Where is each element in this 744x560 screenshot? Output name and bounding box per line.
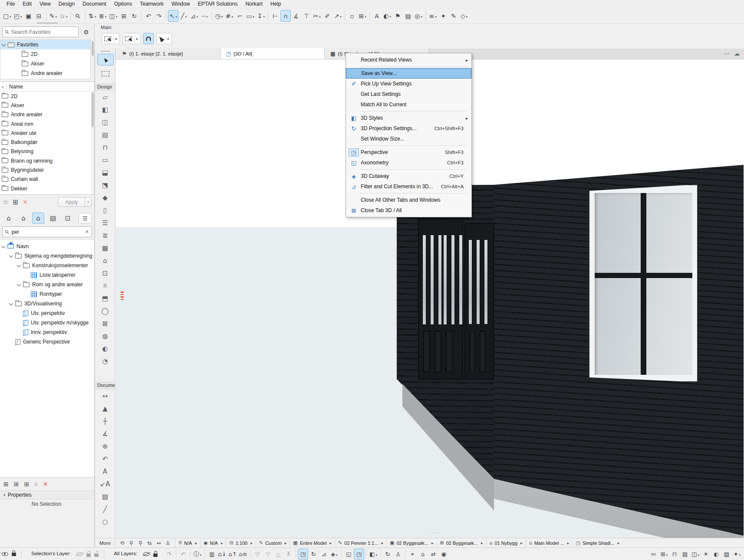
delete-button[interactable]: ✕ [43, 481, 48, 488]
layout-book-button[interactable]: ▤ [47, 213, 59, 224]
door-tool-button[interactable]: ◧ [97, 104, 113, 116]
story-settings-button[interactable]: ⇅ [87, 10, 98, 22]
pan-button[interactable]: ⇆ [145, 539, 154, 547]
radial-dimension-tool-button[interactable]: ↶ [97, 453, 113, 465]
palette-drag-handle[interactable] [101, 51, 110, 52]
navigator-tree-item[interactable]: Skjema og mengdeberegning [0, 251, 94, 261]
slab-tool-button[interactable]: ▭ [97, 154, 113, 167]
favorites-tree-item[interactable]: 2D [0, 49, 90, 59]
object-tool-button[interactable]: ⊡ [97, 267, 113, 280]
gravity-button[interactable]: ↧ [256, 10, 266, 22]
quick-layers-button[interactable]: ≡ [428, 10, 438, 22]
context-menu-item[interactable]: ◧ 3D Styles [346, 113, 471, 123]
menu-item[interactable]: Edit [19, 0, 36, 8]
linear-dimension-tool-button[interactable]: ┼ [97, 415, 113, 428]
model-view-options-dropdown[interactable]: ▣ 02 Byggesøk... [386, 538, 436, 548]
morph-tool-button[interactable]: ◆ [97, 192, 113, 204]
text-tool-button[interactable]: A [97, 465, 113, 478]
split-button[interactable]: ✂ [312, 10, 322, 22]
circle-tool-button[interactable]: ○ [97, 516, 113, 528]
new-folder-button[interactable]: ⊞ [3, 481, 9, 488]
context-menu-item[interactable]: Save as View... [346, 68, 471, 79]
list-item[interactable]: Arealer ute [0, 128, 94, 138]
redo-mini-button[interactable]: ↷ [164, 549, 174, 560]
3d-projection-button[interactable]: ↻ [308, 549, 319, 560]
unlock-layer-icon[interactable] [94, 553, 99, 557]
look-to-button[interactable]: ⌖ [407, 549, 418, 560]
list-header[interactable]: ▴ Name [0, 82, 94, 92]
view-tab[interactable]: ⚑ (I) 1. etasje [2. 1. etasje] [116, 48, 221, 59]
magnet-toggle-button[interactable] [143, 33, 154, 44]
new-button[interactable]: ▢ [2, 10, 13, 22]
window-tool-button[interactable]: ◫ [97, 116, 113, 129]
context-menu-item[interactable]: Set Window Size... [346, 134, 471, 144]
pick-up-parameters-button[interactable]: ✐ [322, 10, 332, 22]
context-menu-item[interactable]: Match All to Current [346, 99, 471, 110]
project-chooser-button[interactable]: ⌂ [3, 213, 15, 224]
navigator-menu-button[interactable]: ☰ [79, 213, 92, 223]
layer-combination-dropdown[interactable]: ⊞ 02 Byggesøk... [436, 538, 486, 548]
angle-button[interactable]: ∡ [291, 10, 301, 22]
zoom-out-button[interactable]: ⚲ [127, 539, 136, 547]
favorites-tree-item[interactable]: Akser [0, 59, 90, 69]
navigator-tree-item[interactable]: Navn [0, 242, 94, 251]
list-item[interactable]: 2D [0, 92, 94, 101]
undo-button[interactable]: ↶ [143, 10, 154, 22]
navigator-tree-item[interactable]: Romtyper [0, 289, 94, 299]
level-dimension-tool-button[interactable]: ▲ [97, 403, 113, 415]
delete-favorite-button[interactable]: ✕ [23, 199, 28, 206]
grid-marker-tool-button[interactable]: ⊕ [97, 440, 113, 453]
palette-more-button[interactable]: More [95, 538, 115, 547]
favorite-settings-button[interactable]: ✎ [48, 10, 59, 22]
equipment-tool-button[interactable]: ⬒ [97, 292, 113, 305]
menu-item[interactable]: EPTAR Solutions [194, 0, 242, 8]
curtain-wall-tool-button[interactable]: ▤ [97, 129, 113, 141]
marker-up-button[interactable]: △ [273, 549, 283, 560]
stair-tool-button[interactable]: ☰ [97, 217, 113, 229]
marquee-button[interactable]: ▫ [347, 10, 357, 22]
new-folder-button[interactable]: ⊞ [13, 198, 18, 206]
navigator-tree-item[interactable]: Utv. perspektiv m/skygge [0, 318, 94, 327]
pen-set-dropdown[interactable]: ✎ Custom [256, 538, 290, 548]
layer-visibility-toggle-button[interactable] [2, 551, 8, 557]
magic-wand-settings-button[interactable]: ✦ [732, 549, 742, 560]
favorites-tree-item[interactable]: Favorites [0, 40, 90, 49]
back-button[interactable]: ⟲ [118, 539, 127, 547]
elevation-ref-button[interactable]: ⊓ [669, 549, 680, 560]
context-menu-item[interactable]: ◳ Perspective Shift+F3 [346, 147, 471, 157]
view-map-button[interactable]: ⌂ [32, 213, 44, 224]
cloud-sync-icon[interactable]: ☁ [734, 50, 740, 57]
story-settings-button[interactable]: ⌂≡ [238, 549, 248, 560]
zoom-in-button[interactable]: ⚲ [136, 539, 145, 547]
redo-button[interactable]: ↷ [154, 10, 164, 22]
marquee-tool-button[interactable] [97, 68, 114, 79]
clone-folder-button[interactable]: ⊞ [24, 481, 29, 488]
orbit-button[interactable]: ↻ [382, 549, 393, 560]
list-item[interactable]: Bygningsdeler [0, 165, 94, 174]
ortho-button[interactable]: ⌐ [234, 10, 245, 22]
angle-dimension-tool-button[interactable]: ∡ [97, 428, 113, 440]
nav-arrows-button[interactable]: ⇄ [428, 549, 438, 560]
navigator-tree-item[interactable]: Generic Perspective [0, 337, 94, 347]
grid-display-button[interactable]: ⊞ [659, 549, 669, 560]
section-marker[interactable] [121, 291, 124, 300]
expander-chevron-icon[interactable] [1, 244, 6, 248]
apply-options-button[interactable]: ▾ [85, 197, 92, 207]
marker-first-button[interactable]: ▽ [252, 549, 263, 560]
context-menu-item[interactable]: ◈ 3D Cutaway Ctrl+Y [346, 171, 471, 181]
roof-tool-button[interactable]: ⬓ [97, 167, 113, 179]
dimension-tool-button[interactable]: ↔ [97, 390, 113, 403]
section-tool-button[interactable]: ◐ [97, 343, 113, 355]
protractor-button[interactable]: ◷ [214, 10, 224, 22]
menu-item[interactable]: Norkart [241, 0, 266, 8]
stretch-button[interactable]: ↗ [332, 10, 343, 22]
wall-tool-button[interactable]: ▱ [97, 91, 113, 104]
favorites-tree-item[interactable]: Andre arealer [0, 69, 90, 78]
context-menu-item[interactable]: Get Last Settings [346, 89, 471, 99]
trace-reference-button[interactable]: ◫ [690, 549, 701, 560]
context-menu-item[interactable]: ⊿ Filter and Cut Elements in 3D... Ctrl+… [346, 181, 471, 192]
favorites-scrollbar[interactable] [91, 39, 94, 79]
document-section-label[interactable]: Document [95, 382, 115, 389]
opening-tool-button[interactable]: ◯ [97, 305, 113, 318]
list-item[interactable]: Curtain wall [0, 175, 94, 184]
